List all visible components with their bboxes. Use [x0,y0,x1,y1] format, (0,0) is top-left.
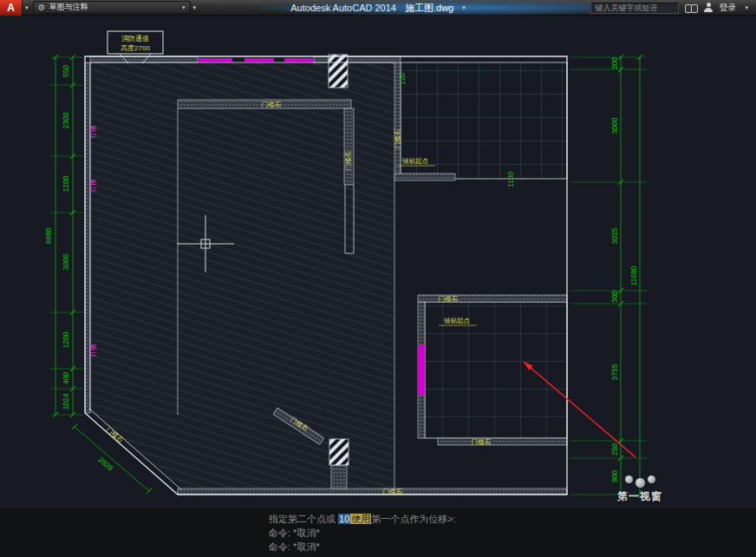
threshold-label: 门槛石 [383,488,403,495]
watermark: 第一视窗 [600,475,680,504]
dim-label: 250 [610,443,619,455]
shaft-bottom [329,439,349,465]
dim-label: 1200 [62,175,70,192]
dim-label: 3000 [610,117,619,134]
autocad-window: 消防通道 高度2700 550 2300 1200 3006 1200 400 … [0,0,756,557]
threshold-label: 门槛石 [472,438,492,446]
workspace-selector[interactable]: ⚙ 草图与注释 ▾ [33,1,191,14]
threshold-label: 门槛石 [262,101,282,108]
dim-label: 550 [62,65,70,77]
dim-label: 200 [610,57,619,69]
document-name: 施工图.dwg [405,2,453,15]
command-history-line: 命令: *取消* [269,540,756,554]
prompt-text: 指定第二个点或 [269,514,338,524]
search-input[interactable] [590,3,679,14]
dim-label: 2300 [62,112,70,128]
gear-icon: ⚙ [38,3,46,12]
window [418,345,425,396]
command-history-line: 命令: *取消* [269,526,756,540]
lamp-trough-label: 灯槽 [89,344,97,358]
binoculars-search-icon[interactable] [685,3,698,13]
app-title: Autodesk AutoCAD 2014 [290,3,396,13]
dim-label: 3025 [610,227,619,244]
dim-label: 400 [62,372,70,384]
prompt-input-value: 10 [338,514,350,524]
chevron-down-icon[interactable]: ▾ [462,4,466,11]
titlebar: A ▾ ⚙ 草图与注释 ▾ ▾ Autodesk AutoCAD 2014 施工… [0,0,756,16]
fire-passage-line2: 高度2700 [121,44,150,52]
lamp-trough-label: 灯槽 [89,125,97,140]
dim-diagonal: 2828 [97,455,115,473]
window-title: Autodesk AutoCAD 2014 施工图.dwg ▾ [290,0,465,16]
signin-link[interactable]: 登录 [719,2,736,14]
dim-label: 3755 [610,364,619,380]
threshold-label: 门槛石 [394,128,401,148]
floor-fills [90,62,567,488]
tile-start-label: 铺贴起点 [401,157,429,165]
fire-passage-line1: 消防通道 [121,34,149,43]
prompt-highlight: 使用 [350,514,371,524]
tile-start-label: 铺贴起点 [443,317,471,324]
threshold-label: 门槛石 [344,150,352,170]
application-menu-dropdown-icon[interactable]: ▾ [23,0,31,16]
dim-label: 1024 [62,393,70,410]
autocad-logo: A [7,2,15,14]
threshold-label: 门槛石 [439,295,459,303]
watermark-logo-icon [600,475,680,488]
workspace-label: 草图与注释 [49,2,88,13]
window [198,58,232,62]
window [284,58,314,62]
chevron-down-icon: ▾ [182,4,186,11]
watermark-text: 第一视窗 [600,489,680,504]
chevron-down-icon[interactable]: ▾ [742,0,751,16]
dim-label: 3006 [62,253,70,270]
quick-access-dropdown-icon[interactable]: ▾ [191,0,199,16]
dim-small: 1100 [506,172,515,188]
dim-small: 120 [398,73,407,85]
command-line-area[interactable]: 指定第二个点或 10使用第一个点作为位移>: 命令: *取消* 命令: *取消* [0,508,756,557]
prompt-text: 第一个点作为位移>: [371,514,455,524]
drawing-canvas[interactable]: 消防通道 高度2700 550 2300 1200 3006 1200 400 … [0,0,756,557]
autocad-logo-button[interactable]: A [0,0,23,16]
command-prompt: 指定第二个点或 10使用第一个点作为位移>: [269,512,756,526]
dim-total-left: 9680 [44,227,53,244]
dim-label: 1200 [62,331,70,348]
infocenter: 登录 ▾ [590,0,751,16]
shaft-top [329,55,348,88]
user-icon[interactable] [704,3,713,13]
dim-total-right: 11680 [629,265,638,285]
dim-label: 300 [610,291,619,303]
lamp-trough-label: 灯槽 [89,179,97,193]
window [244,58,274,62]
